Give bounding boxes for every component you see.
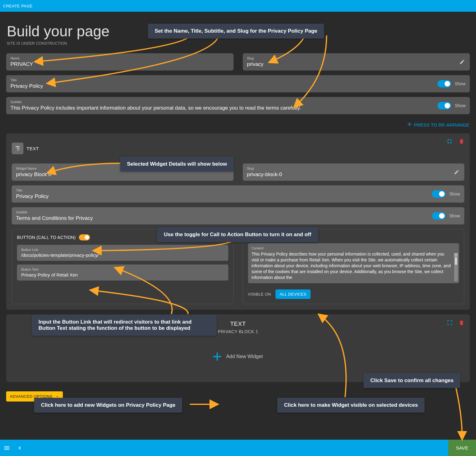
widget-subtitle-toggle-label: Show xyxy=(449,213,460,218)
name-label: Name xyxy=(10,56,229,60)
widget-panel-expanded: TEXT Widget Name privacy Block 0 Slug pr… xyxy=(6,133,470,310)
callout-save: Click Save to confirm all changes xyxy=(364,373,460,388)
save-button[interactable]: SAVE xyxy=(448,440,476,456)
create-page-label: CREATE PAGE xyxy=(3,4,33,8)
widget-type: TEXT xyxy=(26,146,39,151)
move-icon xyxy=(407,122,412,127)
name-field[interactable]: Name PRIVACY xyxy=(6,53,234,71)
subtitle-label: Subtitle xyxy=(10,100,466,104)
bottom-bar: SAVE xyxy=(0,440,476,456)
subtitle-toggle[interactable] xyxy=(437,102,451,109)
widget-subtitle-label: Subtitle xyxy=(16,210,460,214)
collapse-icon[interactable] xyxy=(446,138,453,146)
text-icon xyxy=(12,143,23,154)
cta-toggle[interactable] xyxy=(79,234,90,240)
content-field[interactable]: Content This Privacy Policy describes ho… xyxy=(248,243,459,283)
widget-slug-label: Slug xyxy=(247,167,460,170)
menu-icon[interactable] xyxy=(2,444,11,452)
callout-button-fields: Input the Button Link that will redirect… xyxy=(32,315,217,336)
button-link-value: /docs/policies-template/privacy-policy/ xyxy=(21,252,224,258)
widget-subtitle-value: Terms and Conditions for Privacy xyxy=(16,215,460,221)
slug-label: Slug xyxy=(247,56,466,60)
delete-icon[interactable] xyxy=(459,139,464,145)
title-field[interactable]: Title Privacy Policy Show xyxy=(6,75,470,92)
cta-heading: BUTTON (CALL TO ACTION) xyxy=(17,235,76,240)
visible-on-label: VISIBLE ON xyxy=(248,292,271,297)
subtitle-value: This Privacy Policy includes important i… xyxy=(10,105,466,111)
back-icon[interactable] xyxy=(15,444,24,452)
title-label: Title xyxy=(10,78,466,82)
content-text: This Privacy Policy describes how your p… xyxy=(252,251,456,280)
slug-field[interactable]: Slug privacy xyxy=(243,53,470,71)
button-link-field[interactable]: Button Link /docs/policies-template/priv… xyxy=(17,245,228,261)
callout-add-widget: Click here to add new Widgets on Privacy… xyxy=(34,398,182,413)
title-toggle[interactable] xyxy=(437,80,451,87)
widget-name-value: privacy Block 0 xyxy=(16,172,229,178)
pencil-icon[interactable] xyxy=(459,59,465,65)
form-area: Name PRIVACY Slug privacy Title Privacy … xyxy=(0,50,476,114)
callout-widget-details: Selected Widget Details will show below xyxy=(120,157,234,172)
content-label: Content xyxy=(252,246,456,250)
widget-title-field[interactable]: Title Privacy Policy Show xyxy=(12,185,464,203)
content-scrollbar[interactable] xyxy=(454,253,458,281)
button-text-value: Privacy Policy of Retail Xen xyxy=(21,272,224,277)
slug-value: privacy xyxy=(247,61,466,67)
widget-slug-field[interactable]: Slug privacy-block-0 xyxy=(243,163,465,181)
title-toggle-label: Show xyxy=(455,81,466,86)
subtitle-toggle-label: Show xyxy=(455,103,466,108)
widget-slug-value: privacy-block-0 xyxy=(247,172,460,178)
subtitle-field[interactable]: Subtitle This Privacy Policy includes im… xyxy=(6,97,470,114)
callout-header: Set the Name, Title, Subtitle, and Slug … xyxy=(148,24,324,38)
button-link-label: Button Link xyxy=(21,248,224,252)
expand-icon[interactable] xyxy=(447,320,453,327)
callout-cta-toggle: Use the toggle for Call to Action Button… xyxy=(157,227,318,242)
button-text-label: Button Text xyxy=(21,268,224,271)
title-value: Privacy Policy xyxy=(10,83,466,89)
top-bar: CREATE PAGE xyxy=(0,0,476,12)
callout-visible-on: Click here to make Widget visible on sel… xyxy=(277,398,425,413)
add-widget-label[interactable]: Add New Widget xyxy=(226,354,263,359)
widget-title-value: Privacy Policy xyxy=(16,193,460,200)
rearrange-text: PRESS TO RE-ARRANGE xyxy=(414,122,470,127)
all-devices-button[interactable]: ALL DEVICES xyxy=(275,289,311,299)
rearrange-link[interactable]: PRESS TO RE-ARRANGE xyxy=(407,122,470,127)
page-subtitle: SITE IS UNDER CONSTRUCTION xyxy=(7,41,470,46)
button-text-field[interactable]: Button Text Privacy Policy of Retail Xen xyxy=(17,264,228,280)
rearrange-row: PRESS TO RE-ARRANGE xyxy=(0,119,476,132)
widget-title-toggle-label: Show xyxy=(449,192,460,196)
widget-subtitle-field[interactable]: Subtitle Terms and Conditions for Privac… xyxy=(12,207,464,224)
widget-title-toggle[interactable] xyxy=(432,190,445,198)
widget-title-label: Title xyxy=(16,188,460,192)
add-widget-icon[interactable] xyxy=(213,353,221,361)
pencil-icon[interactable] xyxy=(454,169,459,175)
widget-subtitle-toggle[interactable] xyxy=(432,212,445,220)
delete-icon[interactable] xyxy=(459,320,464,327)
name-value: PRIVACY xyxy=(10,61,229,67)
